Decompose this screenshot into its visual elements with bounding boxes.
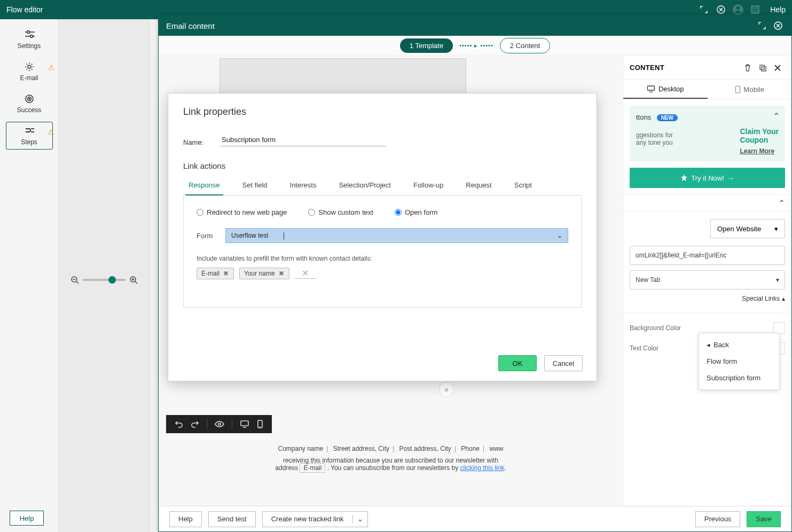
nav-label: Success xyxy=(17,106,41,114)
chevron-down-icon[interactable]: ⌄ xyxy=(352,515,367,523)
link-action-tabs: Response Set field Interests Selection/P… xyxy=(183,176,582,195)
close-circle-icon[interactable] xyxy=(715,3,727,16)
radio-custom-text[interactable]: Show custom text xyxy=(308,208,373,216)
radio-redirect[interactable]: Redirect to new web page xyxy=(197,208,287,216)
duplicate-icon[interactable] xyxy=(755,60,770,75)
wizard-steps: 1 Template ••••• ▸ ••••• 2 Content xyxy=(159,36,791,56)
tab-selection-project[interactable]: Selection/Project xyxy=(335,176,394,195)
tab-desktop[interactable]: Desktop xyxy=(623,80,708,99)
nav-label: Settings xyxy=(18,42,41,50)
mobile-icon[interactable] xyxy=(257,420,263,428)
warning-icon: ⚠ xyxy=(48,128,54,136)
link-properties-dialog: Link properties Name: Link actions Respo… xyxy=(168,93,597,381)
svg-rect-28 xyxy=(760,65,764,69)
send-test-button[interactable]: Send test xyxy=(208,511,256,527)
special-links-menu: ◂ Back Flow form Subscription form xyxy=(699,333,780,390)
sidepanel-expand-handle[interactable]: » xyxy=(439,382,454,397)
close-sidepanel-icon[interactable] xyxy=(770,60,785,75)
footer-unsub-link[interactable]: clicking this link xyxy=(460,464,505,472)
menu-icon[interactable] xyxy=(749,3,762,16)
prefill-chips: E-mail ✖ Your name ✖ ✕ xyxy=(197,268,568,279)
special-links-toggle[interactable]: Special Links▴ xyxy=(630,295,785,302)
nav-steps[interactable]: Steps ⚠ xyxy=(6,122,53,150)
tab-response[interactable]: Response xyxy=(185,176,223,195)
steps-icon xyxy=(24,126,35,136)
expand-icon[interactable] xyxy=(756,20,768,32)
remove-chip-icon[interactable]: ✖ xyxy=(278,270,285,277)
eye-icon[interactable] xyxy=(215,420,224,428)
step-1[interactable]: 1 Template xyxy=(400,38,453,53)
zoom-track[interactable] xyxy=(83,279,126,281)
menu-subscription-form[interactable]: Subscription form xyxy=(699,370,779,386)
footer-street: Street address, City xyxy=(333,445,389,452)
name-input[interactable] xyxy=(221,134,386,146)
tab-mobile[interactable]: Mobile xyxy=(708,80,792,99)
cancel-button[interactable]: Cancel xyxy=(544,355,583,371)
bgcolor-label: Background Color xyxy=(630,324,681,332)
form-dropdown[interactable]: Userflow test ⌄ xyxy=(225,228,568,243)
step-connector: ••••• ▸ ••••• xyxy=(459,42,493,49)
chevron-up-icon[interactable]: ⌃ xyxy=(778,198,785,208)
redo-icon[interactable] xyxy=(191,420,199,428)
chevron-up-icon: ▴ xyxy=(782,295,785,302)
menu-back[interactable]: ◂ Back xyxy=(699,337,779,353)
remove-chip-icon[interactable]: ✖ xyxy=(223,270,229,277)
zoom-control[interactable] xyxy=(70,28,138,532)
user-icon[interactable] xyxy=(732,3,744,16)
step-2[interactable]: 2 Content xyxy=(500,38,550,53)
footer-company: Company name xyxy=(278,445,323,452)
tab-script[interactable]: Script xyxy=(511,176,535,195)
text-cursor xyxy=(284,232,284,240)
sliders-icon xyxy=(24,29,35,40)
nav-label: Steps xyxy=(21,138,37,146)
form-value: Userflow test xyxy=(231,232,268,239)
ok-button[interactable]: OK xyxy=(498,355,537,371)
add-chip-button[interactable]: ✕ xyxy=(295,268,316,279)
previous-button[interactable]: Previous xyxy=(695,511,741,527)
tab-interests[interactable]: Interests xyxy=(287,176,320,195)
tab-set-field[interactable]: Set field xyxy=(239,176,271,195)
nav-success[interactable]: Success xyxy=(6,90,53,118)
tab-follow-up[interactable]: Follow-up xyxy=(410,176,446,195)
svg-point-2 xyxy=(736,6,740,10)
url-field[interactable]: omLink2]]&field_E-mail=[[urlEnc xyxy=(630,246,785,265)
close-icon[interactable] xyxy=(772,20,784,32)
nav-email[interactable]: E-mail ⚠ xyxy=(6,58,53,85)
zoom-in-icon[interactable] xyxy=(129,275,138,285)
footer-help-button[interactable]: Help xyxy=(169,511,202,527)
nav-settings[interactable]: Settings xyxy=(6,26,53,53)
action-type-dropdown[interactable]: Open Website ▾ xyxy=(710,219,785,238)
save-button[interactable]: Save xyxy=(747,511,781,527)
menu-flow-form[interactable]: Flow form xyxy=(699,353,779,370)
target-dropdown[interactable]: New Tab ▾ xyxy=(630,270,785,290)
fullscreen-icon[interactable] xyxy=(697,3,710,16)
try-it-button[interactable]: Try it Now! → xyxy=(630,168,785,188)
gear-icon xyxy=(24,61,35,72)
side-panel: CONTENT Desktop Mobile ttons NEW ⌃ xyxy=(623,56,791,506)
zoom-out-icon[interactable] xyxy=(70,275,80,285)
create-tracked-link-button[interactable]: Create new tracked link ⌄ xyxy=(262,511,368,527)
chevron-up-icon[interactable]: ⌃ xyxy=(773,111,780,121)
panel-header: Email content xyxy=(159,15,791,36)
panel-footer: Help Send test Create new tracked link ⌄… xyxy=(159,506,791,531)
svg-rect-24 xyxy=(241,421,248,426)
help-link-top[interactable]: Help xyxy=(770,5,786,14)
target-value: New Tab xyxy=(636,276,660,284)
chevron-down-icon: ▾ xyxy=(774,225,778,233)
learn-more-link[interactable]: Learn More xyxy=(740,147,774,155)
app-title: Flow editor xyxy=(6,5,697,14)
zoom-handle[interactable] xyxy=(108,276,116,284)
svg-point-23 xyxy=(218,423,221,425)
desktop-icon[interactable] xyxy=(240,420,249,428)
radio-open-form[interactable]: Open form xyxy=(395,208,437,216)
help-button-bottom[interactable]: Help xyxy=(10,511,44,526)
trash-icon[interactable] xyxy=(740,60,755,75)
chip-your-name[interactable]: Your name ✖ xyxy=(239,268,289,279)
chevron-down-icon: ▾ xyxy=(776,276,779,284)
tab-request[interactable]: Request xyxy=(462,176,495,195)
svg-rect-32 xyxy=(735,86,740,93)
bgcolor-swatch[interactable] xyxy=(773,322,785,334)
undo-icon[interactable] xyxy=(175,420,183,428)
svg-point-14 xyxy=(29,98,30,99)
chip-email[interactable]: E-mail ✖ xyxy=(197,268,234,279)
